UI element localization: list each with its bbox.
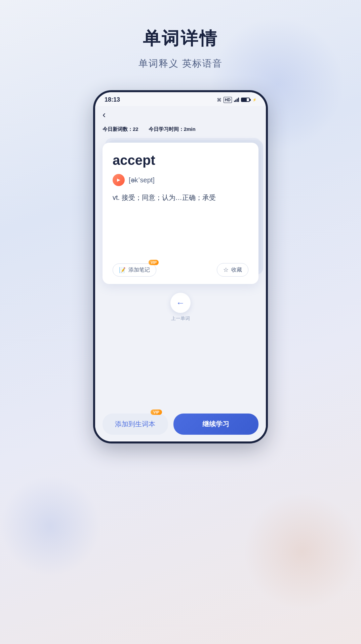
word-definition: vt. 接受；同意；认为…正确；承受 bbox=[113, 192, 248, 203]
phonetic-text: [əkˈsept] bbox=[129, 176, 155, 184]
prev-arrow-icon: ← bbox=[176, 298, 185, 308]
vocab-vip-badge: VIP bbox=[151, 409, 162, 415]
new-words-label: 今日新词数： bbox=[103, 126, 133, 132]
bg-decoration-3 bbox=[0, 476, 101, 577]
phone-content: ‹ 今日新词数：22 今日学习时间：2min accept bbox=[95, 106, 266, 440]
add-to-vocab-label: 添加到生词本 bbox=[115, 420, 155, 428]
study-time-label: 今日学习时间： bbox=[149, 126, 184, 132]
wifi-icon: ⌘ bbox=[217, 97, 222, 103]
back-button[interactable]: ‹ bbox=[103, 106, 258, 123]
word-cards-area: accept ► [əkˈsept] vt. 接受；同意；认为…正确；承受 📝 … bbox=[103, 138, 258, 283]
star-icon: ☆ bbox=[223, 266, 229, 274]
charging-icon: ⚡ bbox=[252, 98, 256, 102]
back-arrow-icon: ‹ bbox=[103, 109, 106, 120]
phonetic-row: ► [əkˈsept] bbox=[113, 174, 248, 186]
new-words-stat: 今日新词数：22 bbox=[103, 126, 138, 133]
battery-icon bbox=[241, 98, 250, 102]
status-bar: 18:13 ⌘ HD ⚡ bbox=[95, 92, 266, 106]
collect-label: 收藏 bbox=[231, 266, 242, 274]
sound-icon: ► bbox=[116, 177, 121, 183]
add-note-label: 添加笔记 bbox=[128, 266, 150, 274]
study-time-value: 2min bbox=[184, 126, 196, 132]
card-actions: 📝 添加笔记 VIP ☆ 收藏 bbox=[113, 257, 248, 277]
bottom-buttons: 添加到生词本 VIP 继续学习 bbox=[103, 414, 258, 441]
bg-decoration-2 bbox=[243, 493, 361, 610]
hd-label: HD bbox=[224, 97, 232, 103]
sound-button[interactable]: ► bbox=[113, 174, 125, 186]
continue-learning-label: 继续学习 bbox=[202, 420, 229, 428]
collect-button[interactable]: ☆ 收藏 bbox=[217, 263, 248, 277]
study-time-stat: 今日学习时间：2min bbox=[149, 126, 196, 133]
status-icons: ⌘ HD ⚡ bbox=[217, 97, 256, 103]
navigation-area: ← 上一单词 bbox=[103, 289, 258, 328]
new-words-value: 22 bbox=[133, 126, 138, 132]
word-card-main: accept ► [əkˈsept] vt. 接受；同意；认为…正确；承受 📝 … bbox=[103, 143, 258, 284]
status-time: 18:13 bbox=[105, 96, 120, 103]
note-icon: 📝 bbox=[119, 267, 126, 273]
note-vip-badge: VIP bbox=[149, 260, 159, 265]
signal-bars-icon bbox=[234, 98, 239, 102]
prev-word-button[interactable]: ← bbox=[170, 293, 191, 313]
add-to-vocab-button[interactable]: 添加到生词本 VIP bbox=[103, 414, 168, 435]
add-note-button[interactable]: 📝 添加笔记 VIP bbox=[113, 263, 156, 277]
phone-device: 18:13 ⌘ HD ⚡ ‹ bbox=[93, 90, 268, 443]
prev-word-label: 上一单词 bbox=[171, 316, 190, 322]
word-text: accept bbox=[113, 153, 248, 168]
stats-bar: 今日新词数：22 今日学习时间：2min bbox=[103, 123, 258, 138]
continue-learning-button[interactable]: 继续学习 bbox=[173, 414, 258, 435]
